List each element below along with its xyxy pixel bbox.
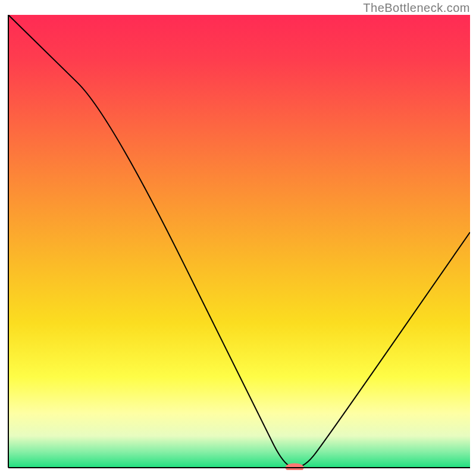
chart-container: TheBottleneck.com xyxy=(0,0,476,476)
bottleneck-chart xyxy=(6,15,470,470)
watermark-text: TheBottleneck.com xyxy=(363,1,470,15)
